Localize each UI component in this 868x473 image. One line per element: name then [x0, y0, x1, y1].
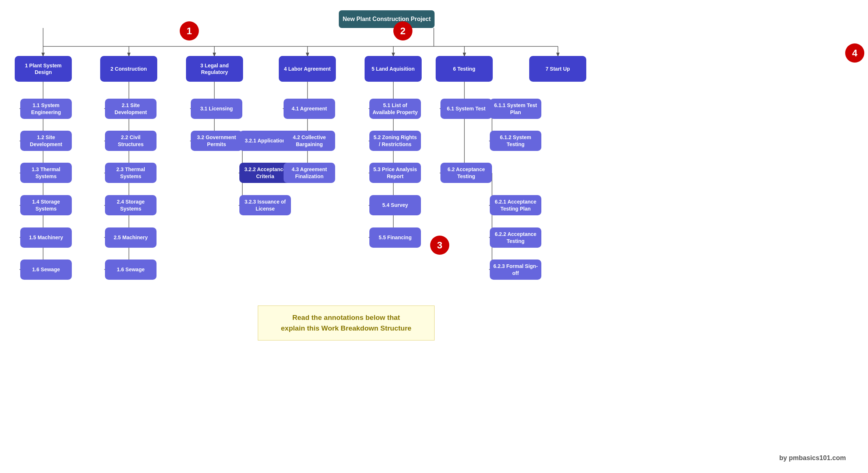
node-6-2-3-label: 6.2.3 Formal Sign-off: [493, 263, 538, 276]
node-5-label: 5 Land Aquisition: [372, 66, 415, 72]
node-6-2-2[interactable]: 6.2.2 Acceptance Testing: [490, 227, 541, 248]
node-2-3-label: 2.3 Thermal Systems: [108, 166, 154, 179]
node-1-1-label: 1.1 System Engineering: [23, 102, 69, 115]
node-4-1-label: 4.1 Agreement: [292, 105, 327, 112]
node-3-2-2-label: 3.2.2 Acceptance Criteria: [242, 166, 288, 179]
node-2-4[interactable]: 2.4 Storage Systems: [105, 195, 157, 215]
node-5-1-label: 5.1 List of Available Property: [372, 102, 418, 115]
node-6-1-2[interactable]: 6.1.2 System Testing: [490, 131, 541, 151]
node-2-3[interactable]: 2.3 Thermal Systems: [105, 163, 157, 183]
node-3-1[interactable]: 3.1 Licensing: [191, 99, 242, 119]
node-3-2-3-label: 3.2.3 Issuance of License: [242, 198, 288, 212]
node-6-2-3[interactable]: 6.2.3 Formal Sign-off: [490, 260, 541, 280]
node-1-6[interactable]: 1.6 Sewage: [20, 260, 72, 280]
node-5-4[interactable]: 5.4 Survey: [369, 195, 421, 215]
node-6-2-label: 6.2 Acceptance Testing: [443, 166, 489, 179]
node-1-5[interactable]: 1.5 Machinery: [20, 227, 72, 248]
node-5-5-label: 5.5 Financing: [379, 234, 411, 241]
node-6-2[interactable]: 6.2 Acceptance Testing: [440, 163, 492, 183]
node-3-label: 3 Legal and Regulatory: [189, 62, 240, 75]
node-1-5-label: 1.5 Machinery: [29, 234, 63, 241]
node-6-1-1-label: 6.1.1 System Test Plan: [493, 102, 538, 115]
node-1-1[interactable]: 1.1 System Engineering: [20, 99, 72, 119]
node-2[interactable]: 2 Construction: [100, 56, 157, 82]
node-6-2-1-label: 6.2.1 Acceptance Testing Plan: [493, 198, 538, 212]
root-label: New Plant Construction Project: [342, 15, 431, 23]
note-line-2: explain this Work Breakdown Structure: [268, 323, 424, 334]
node-6-1-2-label: 6.1.2 System Testing: [493, 134, 538, 147]
node-6-2-1[interactable]: 6.2.1 Acceptance Testing Plan: [490, 195, 541, 215]
node-1-3-label: 1.3 Thermal Systems: [23, 166, 69, 179]
node-2-5[interactable]: 2.5 Machinery: [105, 227, 157, 248]
node-5-2[interactable]: 5.2 Zoning Rights / Restrictions: [369, 131, 421, 151]
node-1-3[interactable]: 1.3 Thermal Systems: [20, 163, 72, 183]
node-3-2-1-label: 3.2.1 Application: [245, 137, 286, 144]
node-6-label: 6 Testing: [453, 66, 475, 72]
node-1-4[interactable]: 1.4 Storage Systems: [20, 195, 72, 215]
node-2-4-label: 2.4 Storage Systems: [108, 198, 154, 212]
node-7-label: 7 Start Up: [545, 66, 570, 72]
annotation-2: 2: [393, 21, 412, 40]
node-5-3-label: 5.3 Price Analysis Report: [372, 166, 418, 179]
node-1[interactable]: 1 Plant System Design: [15, 56, 72, 82]
ann-label-2: 2: [400, 25, 405, 37]
annotation-4: 4: [845, 43, 864, 63]
node-2-6-label: 1.6 Sewage: [117, 266, 145, 273]
node-2-1-label: 2.1 Site Development: [108, 102, 154, 115]
node-4-3-label: 4.3 Agreement Finalization: [287, 166, 332, 179]
node-5-3[interactable]: 5.3 Price Analysis Report: [369, 163, 421, 183]
node-3[interactable]: 3 Legal and Regulatory: [186, 56, 243, 82]
node-4-1[interactable]: 4.1 Agreement: [284, 99, 335, 119]
node-5-2-label: 5.2 Zoning Rights / Restrictions: [372, 134, 418, 147]
node-2-label: 2 Construction: [110, 66, 147, 72]
annotation-3: 3: [430, 236, 449, 255]
ann-label-3: 3: [437, 240, 442, 251]
node-4-3[interactable]: 4.3 Agreement Finalization: [284, 163, 335, 183]
node-3-2-2[interactable]: 3.2.2 Acceptance Criteria: [239, 163, 291, 183]
node-4[interactable]: 4 Labor Agreement: [279, 56, 336, 82]
watermark: by pmbasics101.com: [779, 454, 846, 462]
node-6[interactable]: 6 Testing: [436, 56, 493, 82]
node-3-2[interactable]: 3.2 Government Permits: [191, 131, 242, 151]
node-6-1-1[interactable]: 6.1.1 System Test Plan: [490, 99, 541, 119]
node-6-1-label: 6.1 System Test: [447, 105, 486, 112]
note-line-1: Read the annotations below that: [268, 313, 424, 323]
node-5-5[interactable]: 5.5 Financing: [369, 227, 421, 248]
node-2-1[interactable]: 2.1 Site Development: [105, 99, 157, 119]
node-4-label: 4 Labor Agreement: [284, 66, 331, 72]
node-5-1[interactable]: 5.1 List of Available Property: [369, 99, 421, 119]
node-4-2-label: 4.2 Collective Bargaining: [287, 134, 332, 147]
ann-label-1: 1: [187, 25, 192, 37]
node-4-2[interactable]: 4.2 Collective Bargaining: [284, 131, 335, 151]
node-5[interactable]: 5 Land Aquisition: [365, 56, 422, 82]
root-node: New Plant Construction Project: [339, 10, 435, 28]
node-1-4-label: 1.4 Storage Systems: [23, 198, 69, 212]
node-3-2-1[interactable]: 3.2.1 Application: [239, 131, 291, 151]
node-1-6-label: 1.6 Sewage: [32, 266, 60, 273]
node-3-1-label: 3.1 Licensing: [200, 105, 233, 112]
node-2-2[interactable]: 2.2 Civil Structures: [105, 131, 157, 151]
node-6-1[interactable]: 6.1 System Test: [440, 99, 492, 119]
ann-label-4: 4: [852, 47, 857, 59]
node-1-label: 1 Plant System Design: [18, 62, 69, 75]
node-2-5-label: 2.5 Machinery: [114, 234, 148, 241]
node-5-4-label: 5.4 Survey: [382, 202, 408, 208]
node-2-6[interactable]: 1.6 Sewage: [105, 260, 157, 280]
node-1-2[interactable]: 1.2 Site Development: [20, 131, 72, 151]
node-3-2-3[interactable]: 3.2.3 Issuance of License: [239, 195, 291, 215]
node-2-2-label: 2.2 Civil Structures: [108, 134, 154, 147]
node-6-2-2-label: 6.2.2 Acceptance Testing: [493, 231, 538, 244]
node-7[interactable]: 7 Start Up: [529, 56, 586, 82]
note-box: Read the annotations below that explain …: [258, 306, 435, 340]
annotation-1: 1: [180, 21, 199, 40]
node-1-2-label: 1.2 Site Development: [23, 134, 69, 147]
node-3-2-label: 3.2 Government Permits: [194, 134, 239, 147]
